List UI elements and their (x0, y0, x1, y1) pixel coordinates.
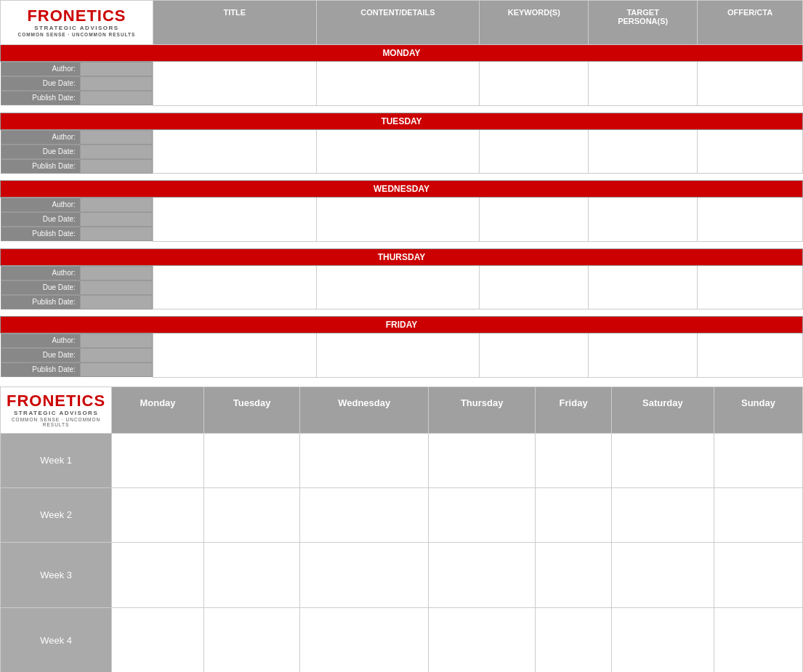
friday-header-row: FRIDAY (1, 317, 803, 333)
cal-col-sunday: Sunday (714, 386, 802, 433)
week-4-label: Week 4 (1, 607, 112, 672)
monday-author-row: Author: (1, 62, 803, 77)
cal-col-saturday: Saturday (611, 386, 714, 433)
logo-bottom: FRONETICS STRATEGIC ADVISORS COMMON SENS… (7, 393, 105, 427)
cal-col-wednesday: Wednesday (300, 386, 429, 433)
brand-subtitle: STRATEGIC ADVISORS (34, 25, 118, 31)
monday-header-row: MONDAY (1, 45, 803, 62)
cal-col-tuesday: Tuesday (203, 386, 300, 433)
monday-header: MONDAY (1, 45, 803, 62)
col-header-offer: OFFER/CTA (698, 1, 803, 45)
author-label: Author: (1, 62, 80, 76)
week-1-row: Week 1 (1, 433, 803, 487)
brand-tagline: COMMON SENSE · UNCOMMON RESULTS (17, 32, 135, 37)
wednesday-header: WEDNESDAY (1, 181, 803, 198)
col-header-personas: TARGETPERSONA(S) (589, 1, 698, 45)
thursday-header-row: THURSDAY (1, 248, 803, 265)
publishdate-label: Publish Date: (1, 92, 80, 105)
tuesday-header: TUESDAY (1, 113, 803, 129)
cal-brand-subtitle: STRATEGIC ADVISORS (14, 410, 98, 416)
thursday-header: THURSDAY (1, 248, 803, 265)
week-2-label: Week 2 (1, 487, 112, 542)
cal-col-friday: Friday (536, 386, 612, 433)
week-2-row: Week 2 (1, 487, 803, 542)
cal-logo-cell: FRONETICS STRATEGIC ADVISORS COMMON SENS… (1, 386, 112, 433)
week-3-row: Week 3 (1, 542, 803, 607)
thursday-author-row: Author: (1, 265, 803, 280)
logo-top: FRONETICS STRATEGIC ADVISORS COMMON SENS… (4, 8, 150, 37)
duedate-label: Due Date: (1, 77, 80, 91)
tuesday-header-row: TUESDAY (1, 113, 803, 129)
week-3-label: Week 3 (1, 542, 112, 607)
week-4-row: Week 4 (1, 607, 803, 672)
week-1-label: Week 1 (1, 433, 112, 487)
col-header-keywords: KEYWORD(S) (480, 1, 589, 45)
cal-brand-tagline: COMMON SENSE · UNCOMMON RESULTS (7, 417, 105, 427)
friday-author-row: Author: (1, 333, 803, 349)
cal-brand-name: FRONETICS (7, 393, 105, 409)
col-header-content: CONTENT/DETAILS (316, 1, 480, 45)
friday-header: FRIDAY (1, 317, 803, 333)
wednesday-author-row: Author: (1, 198, 803, 213)
cal-col-monday: Monday (112, 386, 204, 433)
wednesday-header-row: WEDNESDAY (1, 181, 803, 198)
brand-name: FRONETICS (27, 8, 126, 24)
calendar-header-row: FRONETICS STRATEGIC ADVISORS COMMON SENS… (1, 386, 803, 433)
col-header-title: TITLE (153, 1, 316, 45)
tuesday-author-row: Author: (1, 129, 803, 145)
cal-col-thursday: Thursday (429, 386, 536, 433)
